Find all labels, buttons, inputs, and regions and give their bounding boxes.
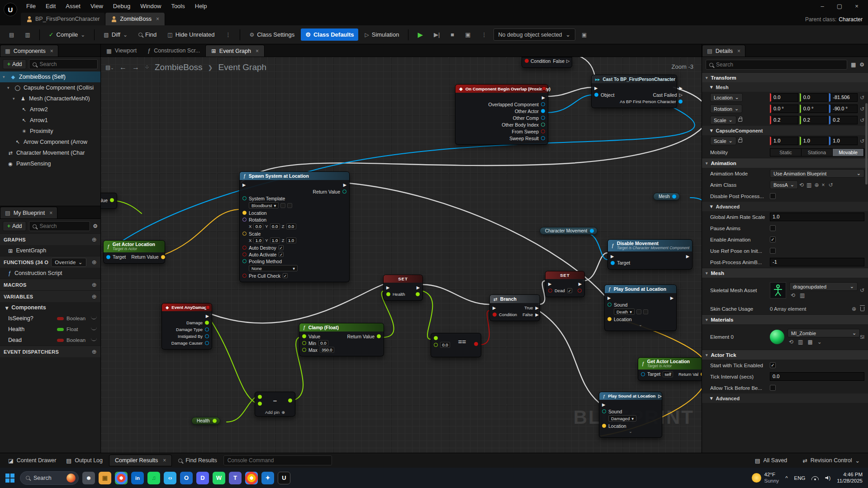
scale-dropdown[interactable]: Scale⌄ xyxy=(710,116,736,124)
rotation-z-field[interactable]: 0.0 xyxy=(286,223,296,229)
capsule-scale-z-field[interactable]: 1.0 xyxy=(829,137,858,145)
volume-icon[interactable]: ) xyxy=(825,475,830,481)
component-row-arrow1[interactable]: ↖Arrow1 xyxy=(0,115,100,126)
details-scrollbar[interactable] xyxy=(865,103,868,185)
minimize-button[interactable]: – xyxy=(815,1,830,11)
menu-edit[interactable]: Edit xyxy=(41,1,60,11)
b-field[interactable]: 0.0 xyxy=(440,342,450,348)
close-button[interactable]: × xyxy=(849,1,864,11)
browse-asset-icon[interactable] xyxy=(287,203,292,208)
tab-viewport[interactable]: ▦Viewport xyxy=(101,45,142,57)
add-graph-icon[interactable]: ⊕ xyxy=(92,236,97,243)
node-branch[interactable]: ⇄Branch ▶ Condition True▶ False▶ xyxy=(489,294,540,321)
pin-overlapped-component[interactable] xyxy=(541,102,545,106)
component-row-pawnsensing[interactable]: ◉PawnSensing xyxy=(0,158,100,169)
details-search[interactable] xyxy=(706,60,847,70)
pin-health[interactable] xyxy=(213,419,217,423)
pin-damage-causer[interactable] xyxy=(205,341,209,345)
add-dispatcher-icon[interactable]: ⊕ xyxy=(92,348,97,355)
frame-skip-button[interactable]: ▶| xyxy=(429,28,444,41)
use-selected-icon[interactable]: ⟲ xyxy=(798,182,805,188)
pin-other-comp[interactable] xyxy=(541,116,545,120)
nav-forward-icon[interactable]: → xyxy=(132,63,139,71)
use-selected-icon[interactable]: ⟲ xyxy=(787,339,795,345)
rotation-z-field[interactable]: -90.0 ° xyxy=(829,104,858,113)
rotation-dropdown[interactable]: Rotation⌄ xyxy=(710,104,742,113)
pin-output-value[interactable] xyxy=(416,292,420,296)
browse-icon[interactable]: ▥ xyxy=(797,339,804,345)
pin-a[interactable] xyxy=(434,336,438,340)
use-ref-pose-checkbox[interactable] xyxy=(770,248,776,254)
lock-icon[interactable] xyxy=(738,118,742,122)
pin-location[interactable] xyxy=(242,211,247,215)
exec-pin[interactable]: ▷ xyxy=(566,58,569,63)
tab-event-graph[interactable]: ⊞Event Graph× xyxy=(205,45,265,57)
rotation-y-field[interactable]: 0.0 ° xyxy=(800,104,828,113)
exec-pin-in[interactable]: ▶ xyxy=(594,85,598,90)
use-asset-icon[interactable] xyxy=(280,203,285,208)
all-saved-status[interactable]: ▤All Saved xyxy=(751,455,791,466)
class-defaults-button[interactable]: ⚙Class Defaults xyxy=(301,28,358,41)
exec-pin-in[interactable]: ▶ xyxy=(242,182,246,187)
discord-icon[interactable]: D xyxy=(196,472,209,484)
node-play-sound-at-location-1[interactable]: ƒPlay Sound at Location ▶▶ Sound Death▾ … xyxy=(604,284,677,331)
bookmark-icon[interactable]: ▤⌄ xyxy=(105,64,114,71)
compiler-results-tab[interactable]: Compiler Results× xyxy=(109,455,172,466)
component-row-proximity[interactable]: ✳Proximity xyxy=(0,126,100,137)
pin-target[interactable] xyxy=(641,372,645,376)
scale-x-field[interactable]: 0.2 xyxy=(770,116,798,124)
node-get-actor-location-1[interactable]: ƒGet Actor LocationTarget is Actor Targe… xyxy=(103,240,165,264)
pin-other-actor[interactable] xyxy=(541,109,545,113)
sound-dropdown[interactable]: Death▾ xyxy=(614,308,635,315)
pin-target[interactable] xyxy=(106,255,110,259)
exec-pin-false[interactable]: ▶ xyxy=(535,312,538,317)
lock-icon[interactable] xyxy=(738,139,742,142)
output-log-button[interactable]: ▤Output Log xyxy=(62,455,106,466)
pin-as-bp-first-person-character[interactable] xyxy=(678,99,683,104)
menu-debug[interactable]: Debug xyxy=(109,1,135,11)
pin-output-value[interactable] xyxy=(578,289,582,293)
node-play-sound-at-location-2[interactable]: ƒPlay Sound at Location▷ ▶ Sound Damaged… xyxy=(599,392,662,438)
target-field[interactable]: self xyxy=(663,371,673,377)
delegate-pin[interactable] xyxy=(542,86,546,90)
exec-pin-cast-failed[interactable]: ▷ xyxy=(679,92,682,97)
rotation-x-field[interactable]: 0.0 xyxy=(253,223,263,229)
reset-icon[interactable]: ↺ xyxy=(860,287,864,294)
pin-result[interactable] xyxy=(288,398,292,403)
pin-instigated-by[interactable] xyxy=(205,334,209,338)
location-y-field[interactable]: 0.0 xyxy=(800,93,828,102)
function-row-construction-script[interactable]: ƒConstruction Script xyxy=(0,268,100,279)
simulation-button[interactable]: ▷Simulation xyxy=(360,28,403,41)
tab-components[interactable]: ▦ Components × xyxy=(0,45,58,57)
pin-auto-destroy[interactable] xyxy=(242,246,247,250)
scale-z-field[interactable]: 1.0 xyxy=(286,237,296,243)
language-indicator[interactable]: ENG xyxy=(794,475,806,481)
component-row-capsule[interactable]: ▾◯Capsule Component (Collisi xyxy=(0,82,100,93)
exec-pin-in[interactable]: ▶ xyxy=(493,305,496,310)
browse-button[interactable]: ▥ xyxy=(20,29,34,41)
expand-node-chevron[interactable]: ⌄ xyxy=(605,322,676,328)
unreal-engine-icon[interactable]: U xyxy=(278,472,290,484)
expand-node-chevron[interactable]: ⌄ xyxy=(599,429,662,435)
pin-a[interactable] xyxy=(258,395,262,399)
menu-view[interactable]: View xyxy=(86,1,108,11)
subsection-mesh[interactable]: ▾Mesh xyxy=(702,82,868,92)
reset-icon[interactable]: ↺ xyxy=(860,106,864,112)
add-pin-button[interactable]: Add pin⊕ xyxy=(255,410,295,416)
browse-icon[interactable]: ▥ xyxy=(805,182,813,188)
add-function-icon[interactable]: ⊕ xyxy=(92,259,97,265)
close-icon[interactable]: × xyxy=(50,48,53,54)
node-event-anydamage[interactable]: ◆Event AnyDamage ▶ Damage Damage Type In… xyxy=(161,303,212,350)
subsection-advanced[interactable]: ▾Advanced xyxy=(702,202,868,211)
pre-cull-checkbox[interactable] xyxy=(283,273,288,278)
exec-pin-out[interactable]: ▶ xyxy=(579,281,582,286)
component-row-mesh[interactable]: ▾♟Mesh (CharacterMesh0) xyxy=(0,93,100,104)
pin-dead[interactable] xyxy=(548,289,552,293)
node-equals[interactable]: 0.0 == xyxy=(431,333,481,357)
components-search[interactable] xyxy=(29,59,98,69)
debug-object-dropdown[interactable]: No debug object selected⌄ xyxy=(493,28,576,41)
visibility-eye-icon[interactable] xyxy=(91,338,97,341)
browse-asset-icon[interactable] xyxy=(643,309,648,314)
play-options-kebab[interactable]: ⋮ xyxy=(477,29,492,41)
add-variable-icon[interactable]: ⊕ xyxy=(92,293,97,300)
